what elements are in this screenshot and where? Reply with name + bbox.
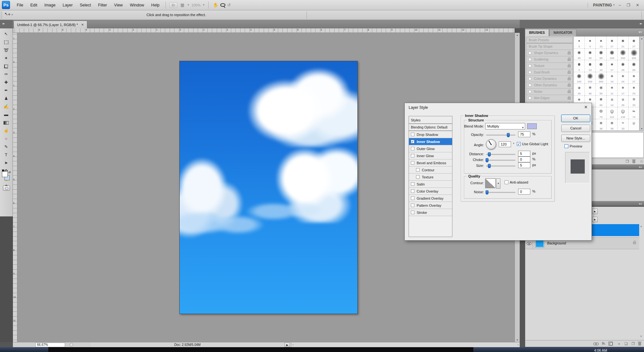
delete-layer-icon[interactable] [638,342,641,346]
new-style-button[interactable]: New Style... [561,135,590,142]
options-grip[interactable] [1,12,2,19]
brush-preset-cell[interactable]: 17 [607,37,618,49]
layer-style-fx-icon[interactable]: fx. [602,341,606,345]
brush-preset-cell[interactable]: ✺46 [585,84,596,96]
resize-grip-icon[interactable] [640,160,643,163]
panel-menu-icon[interactable]: ▾≡ [639,202,642,205]
brush-preset-cell[interactable]: 19 [596,60,607,72]
angle-dial[interactable] [486,139,496,149]
brush-preset-cell[interactable]: 21 [618,37,629,49]
style-row-color-overlay[interactable]: Color Overlay [409,188,452,195]
taskbar-app-button[interactable] [48,347,473,352]
section-checkbox[interactable] [528,84,531,87]
size-value-field[interactable]: 5 [518,162,530,168]
canvas[interactable] [179,61,358,314]
brush-preset-cell[interactable]: ✹60 [596,96,607,108]
eraser-tool[interactable]: ▬ [0,111,12,119]
style-checkbox[interactable] [411,196,414,200]
style-checkbox[interactable] [416,175,420,179]
path-select-tool[interactable]: ➤ [0,159,12,167]
layer-name[interactable]: Background [547,241,566,245]
scroll-down-icon[interactable]: ▼ [640,128,643,130]
brush-preset-cell[interactable]: 13 [585,60,596,72]
choke-slider[interactable] [486,160,516,161]
style-checkbox[interactable] [411,204,414,207]
brush-preset-cell[interactable]: ✺59 [596,84,607,96]
brush-section-brush-tip-shape[interactable]: Brush Tip Shape [527,43,573,50]
style-row-contour[interactable]: Contour [409,166,452,174]
brush-section-noise[interactable]: Noise [527,89,573,95]
style-row-outer-glow[interactable]: Outer Glow [409,145,452,152]
brush-section-texture[interactable]: Texture [527,63,573,69]
dodge-tool[interactable]: ○ [0,135,12,143]
style-row-drop-shadow[interactable]: Drop Shadow [409,131,452,138]
blend-mode-select[interactable]: Multiply ▾ [485,123,525,129]
cancel-button[interactable]: Cancel [561,125,590,132]
section-checkbox[interactable] [528,77,531,80]
tab-brushes[interactable]: BRUSHES [525,29,549,36]
tool-dock-header[interactable]: ▸▸ [0,20,13,28]
brush-preset-cell[interactable]: ❧74 [629,107,639,119]
smudge-tool[interactable]: ☝ [0,127,12,135]
brush-preset-cell[interactable]: 45 [585,49,596,61]
add-layer-mask-icon[interactable] [609,342,613,346]
link-layers-icon[interactable] [593,343,599,345]
style-row-inner-shadow[interactable]: ✓Inner Shadow [409,138,452,145]
swap-colors-icon[interactable]: ⇄ [8,171,11,174]
section-checkbox[interactable] [528,90,531,93]
status-popup-button[interactable]: ▶ [285,343,290,347]
style-checkbox[interactable] [411,182,414,186]
style-checkbox[interactable] [411,189,414,193]
magic-wand-tool[interactable]: ✶ [0,54,12,62]
distance-slider[interactable] [486,154,516,155]
brush-section-other-dynamics[interactable]: Other Dynamics [527,82,573,89]
brush-preset-cell[interactable]: ψ134 [618,107,629,119]
noise-slider[interactable] [486,192,516,193]
slider-thumb[interactable] [486,190,488,195]
brush-preset-cell[interactable]: 200 [585,72,596,84]
vertical-ruler[interactable]: 101234567891011 [13,33,17,342]
new-brush-icon[interactable]: ❐ [626,159,629,164]
style-checkbox[interactable] [411,161,414,165]
move-tool-options-icon[interactable]: ↖✛ ▾ [5,12,13,16]
brush-preset-cell[interactable]: 17 [607,60,618,72]
brush-preset-cell[interactable]: 300 [629,49,639,61]
scroll-right-icon[interactable]: > [517,344,519,346]
style-row-satin[interactable]: Satin [409,181,452,188]
menu-select[interactable]: Select [76,0,95,10]
scroll-up-icon[interactable]: ▲ [515,34,520,36]
brush-preset-cell[interactable]: ✺39 [574,84,585,96]
document-tab[interactable]: Untitled-1 @ 66.7% (Layer 1, RGB/8) * ✕ [14,21,87,28]
brush-preset-cell[interactable]: 300 [596,72,607,84]
fill-popup-button[interactable]: ▶ [592,217,598,222]
adjustment-layer-icon[interactable]: ◐ [618,342,620,346]
collapse-dock-icon[interactable]: ▸▸ [3,22,4,25]
noise-value-field[interactable]: 0 [518,189,530,195]
brush-preset-cell[interactable]: 65 [596,49,607,61]
contour-dropdown-icon[interactable]: ▾ [496,178,500,189]
contour-thumbnail[interactable] [485,178,496,188]
menu-view[interactable]: View [110,0,126,10]
windows-taskbar[interactable]: 4:06 AM [0,347,644,352]
new-layer-icon[interactable]: ❐ [631,342,635,346]
style-row-texture[interactable]: Texture [409,174,452,181]
brush-preset-cell[interactable]: 5 [574,37,585,49]
slider-thumb[interactable] [488,152,491,157]
choke-value-field[interactable]: 0 [518,157,530,162]
scroll-down-icon[interactable]: ▼ [515,339,520,341]
rotate-view-icon[interactable]: ↺ [225,3,233,7]
quick-mask-button[interactable] [3,186,10,191]
minimize-button[interactable]: – [616,3,624,7]
style-checkbox[interactable] [411,211,414,214]
menu-filter[interactable]: Filter [94,0,110,10]
brush-section-wet-edges[interactable]: Wet Edges [527,95,573,101]
document-horizontal-scrollbar[interactable]: < > [291,342,520,347]
zoom-level-control[interactable]: 100% [190,3,202,7]
style-row-stroke[interactable]: Stroke [409,209,452,216]
style-checkbox[interactable] [411,147,414,150]
type-tool[interactable]: T [0,151,12,159]
brush-preset-cell[interactable]: ✹17 [618,84,629,96]
style-checkbox[interactable] [411,133,414,136]
scroll-left-icon[interactable]: < [292,344,294,346]
brush-preset-cell[interactable]: ✽36 [596,119,607,131]
